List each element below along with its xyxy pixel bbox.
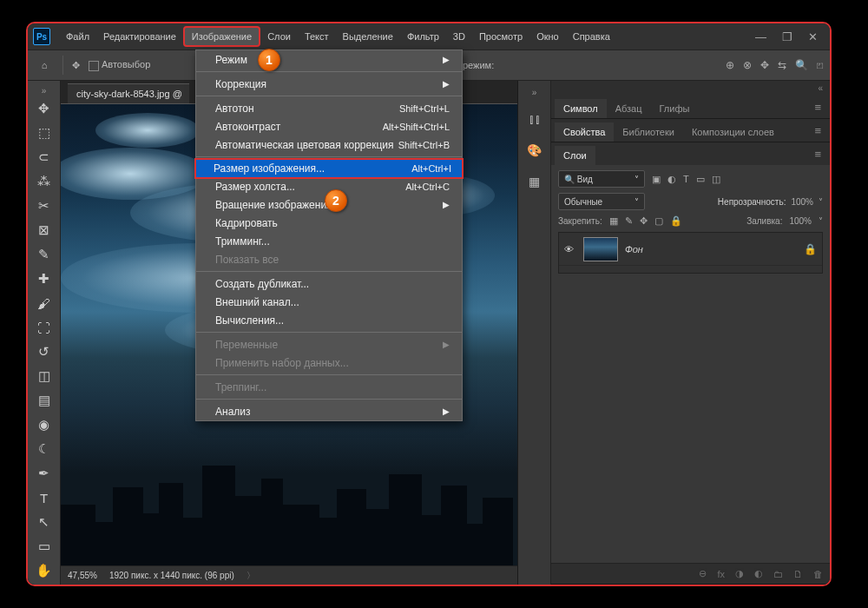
layer-thumb[interactable] — [583, 237, 618, 261]
menu-crop[interactable]: Кадрировать — [196, 214, 462, 232]
panels-collapse[interactable]: » — [532, 88, 537, 97]
zoom-level[interactable]: 47,55% — [68, 571, 97, 580]
menu-3d[interactable]: 3D — [446, 28, 472, 45]
color-icon[interactable]: 🎨 — [525, 141, 544, 160]
crop-tool-icon[interactable]: ✂ — [32, 195, 56, 217]
fx-icon[interactable]: fx — [717, 569, 725, 579]
tab-libraries[interactable]: Библиотеки — [614, 122, 683, 142]
panel-menu[interactable]: ≡ — [807, 143, 830, 165]
visibility-icon[interactable]: 👁 — [564, 244, 576, 254]
3d-slide-icon[interactable]: ⇆ — [778, 59, 786, 71]
heal-tool-icon[interactable]: ✚ — [32, 268, 56, 290]
menu-help[interactable]: Справка — [566, 28, 617, 45]
menu-adjustments[interactable]: Коррекция▶ — [196, 75, 462, 93]
wand-tool-icon[interactable]: ⁂ — [32, 170, 56, 193]
lock-artboard-icon[interactable]: ▢ — [654, 215, 663, 227]
3d-orbit-icon[interactable]: ⊕ — [726, 59, 734, 71]
new-layer-icon[interactable]: 🗋 — [793, 569, 803, 579]
filter-text-icon[interactable]: T — [683, 174, 689, 184]
3d-roll-icon[interactable]: ⊗ — [743, 59, 752, 71]
menu-autocontrast[interactable]: АвтоконтрастAlt+Shift+Ctrl+L — [196, 117, 462, 135]
eyedropper-tool-icon[interactable]: ✎ — [32, 243, 56, 266]
menu-applyimage[interactable]: Внешний канал... — [196, 293, 462, 311]
tab-glyphs[interactable]: Глифы — [651, 99, 699, 118]
move-tool-icon[interactable]: ✥ — [32, 97, 56, 120]
frame-tool-icon[interactable]: ⊠ — [32, 219, 56, 241]
menu-analysis[interactable]: Анализ▶ — [196, 402, 462, 420]
tab-properties[interactable]: Свойства — [555, 122, 614, 142]
filter-img-icon[interactable]: ▣ — [652, 174, 661, 185]
stamp-tool-icon[interactable]: ⛶ — [32, 316, 56, 339]
lock-pixels-icon[interactable]: ▦ — [609, 215, 618, 227]
menu-window[interactable]: Окно — [529, 28, 566, 45]
menu-duplicate[interactable]: Создать дубликат... — [196, 274, 462, 293]
tab-paragraph[interactable]: Абзац — [607, 99, 651, 118]
document-tab[interactable]: city-sky-dark-8543.jpg @ — [68, 83, 189, 103]
share-icon[interactable]: ⏍ — [817, 59, 823, 71]
shape-tool-icon[interactable]: ▭ — [32, 535, 56, 558]
menu-image-size[interactable]: Размер изображения...Alt+Ctrl+I — [194, 158, 464, 179]
fill-value[interactable]: 100% — [789, 216, 812, 226]
menu-filter[interactable]: Фильтр — [400, 28, 446, 45]
menu-calculations[interactable]: Вычисления... — [196, 311, 462, 329]
blend-mode-select[interactable]: Обычные˅ — [558, 193, 645, 210]
path-tool-icon[interactable]: ↖ — [32, 511, 56, 533]
toolbar-collapse[interactable]: » — [42, 86, 47, 96]
pen-tool-icon[interactable]: ✒ — [32, 462, 56, 485]
layer-row[interactable]: 👁 Фон 🔒 — [559, 233, 822, 266]
3d-pan-icon[interactable]: ✥ — [760, 59, 769, 71]
filter-shape-icon[interactable]: ▭ — [696, 174, 705, 185]
gradient-tool-icon[interactable]: ▤ — [32, 389, 56, 412]
tab-layercomps[interactable]: Композиции слоев — [683, 122, 783, 142]
filter-smart-icon[interactable]: ◫ — [712, 174, 720, 185]
adjustment-icon[interactable]: ◐ — [754, 568, 763, 579]
menubar: Ps Файл Редактирование Изображение Слои … — [28, 23, 830, 50]
lock-move-icon[interactable]: ✥ — [640, 215, 648, 227]
group-icon[interactable]: 🗀 — [773, 569, 783, 579]
marquee-tool-icon[interactable]: ⬚ — [32, 122, 56, 144]
fill-label: Заливка: — [746, 216, 782, 226]
tab-layers[interactable]: Слои — [555, 146, 595, 165]
menu-layers[interactable]: Слои — [260, 28, 298, 45]
opacity-value[interactable]: 100% — [791, 197, 813, 207]
window-close[interactable]: ✕ — [808, 30, 818, 43]
menu-view[interactable]: Просмотр — [472, 28, 529, 45]
trash-icon[interactable]: 🗑 — [813, 569, 823, 579]
type-tool-icon[interactable]: T — [32, 486, 56, 509]
window-minimize[interactable]: — — [755, 30, 766, 43]
eraser-tool-icon[interactable]: ◫ — [32, 365, 56, 387]
blur-tool-icon[interactable]: ◉ — [32, 413, 56, 436]
layer-name[interactable]: Фон — [625, 244, 797, 254]
history-tool-icon[interactable]: ↺ — [32, 340, 56, 363]
brush-tool-icon[interactable]: 🖌 — [32, 292, 56, 314]
swatches-icon[interactable]: ▦ — [525, 172, 544, 191]
histogram-icon[interactable]: ⫿⫿ — [525, 109, 544, 129]
menu-text[interactable]: Текст — [298, 28, 336, 45]
wide-collapse[interactable]: « — [551, 81, 830, 96]
lasso-tool-icon[interactable]: ⊂ — [32, 146, 56, 169]
auto-select-checkbox[interactable] — [89, 61, 99, 71]
3d-zoom-icon[interactable]: 🔍 — [795, 59, 808, 71]
menu-file[interactable]: Файл — [59, 28, 96, 45]
menu-image[interactable]: Изображение — [183, 26, 260, 47]
panel-menu[interactable]: ≡ — [807, 120, 830, 142]
mask-icon[interactable]: ◑ — [735, 568, 744, 579]
lock-brush-icon[interactable]: ✎ — [625, 215, 633, 227]
hand-tool-icon[interactable]: ✋ — [32, 559, 56, 582]
menu-autocolor[interactable]: Автоматическая цветовая коррекцияShift+C… — [196, 135, 462, 154]
panel-menu[interactable]: ≡ — [807, 96, 830, 118]
home-button[interactable]: ⌂ — [35, 56, 54, 75]
layer-filter-input[interactable]: 🔍 Вид˅ — [558, 170, 645, 188]
menu-autotone[interactable]: АвтотонShift+Ctrl+L — [196, 99, 462, 117]
menu-trim[interactable]: Тримминг... — [196, 232, 462, 250]
filter-adj-icon[interactable]: ◐ — [667, 174, 676, 185]
lock-all-icon[interactable]: 🔒 — [670, 215, 682, 227]
link-layers-icon[interactable]: ⊖ — [699, 568, 707, 579]
menu-select[interactable]: Выделение — [336, 28, 400, 45]
menu-mode[interactable]: Режим▶ — [196, 50, 462, 69]
dodge-tool-icon[interactable]: ☾ — [32, 438, 56, 460]
status-more[interactable]: 〉 — [247, 570, 255, 582]
menu-edit[interactable]: Редактирование — [96, 28, 183, 45]
window-restore[interactable]: ❐ — [782, 30, 792, 43]
tab-symbol[interactable]: Символ — [555, 99, 607, 118]
